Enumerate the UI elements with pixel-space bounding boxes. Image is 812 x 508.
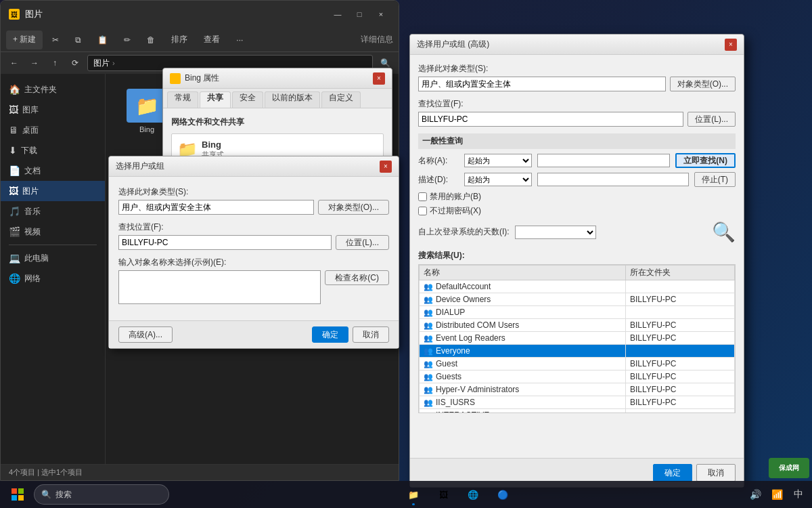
sidebar-item-pictures[interactable]: 🖼 图片 [1,181,105,201]
result-folder-cell: BILLYFU-PC [626,396,735,409]
object-type-button[interactable]: 对象类型(O)... [318,200,389,215]
results-label: 搜索结果(U): [418,250,736,261]
tab-security[interactable]: 安全 [232,91,263,108]
paste-button[interactable]: 📋 [91,30,114,49]
user-group-icon: 👥 [424,321,433,329]
table-row[interactable]: 👥Device OwnersBILLYFU-PC [420,293,735,306]
user-input-field[interactable] [118,270,321,304]
taskbar-app-store[interactable]: 🔵 [489,482,516,507]
object-type-input[interactable] [118,200,314,215]
table-row[interactable]: 👥IIS_IUSRSBILLYFU-PC [420,396,735,409]
adv-object-type-button[interactable]: 对象类型(O)... [670,77,736,91]
result-folder-cell [626,280,735,293]
result-name-cell: 👥DIALUP [420,306,626,319]
select-user-close-button[interactable]: × [380,161,392,173]
location-button[interactable]: 位置(L)... [336,235,389,250]
taskbar-app-explorer[interactable]: 📁 [400,482,427,507]
tab-previous-versions[interactable]: 以前的版本 [265,91,320,108]
bing-folder-label: Bing [139,125,154,133]
tab-general[interactable]: 常规 [167,91,198,108]
desc-filter-input[interactable] [537,173,689,186]
sidebar-item-network[interactable]: 🌐 网络 [1,268,105,289]
taskbar-search-bar[interactable]: 🔍 搜索 [34,484,169,505]
result-name-cell: 👥Guest [420,358,626,371]
advanced-close-button[interactable]: × [725,39,737,51]
disabled-accounts-checkbox[interactable] [418,192,427,201]
adv-location-section: 查找位置(F): 位置(L)... [418,98,736,127]
copy-button[interactable]: ⧉ [68,30,88,49]
days-dropdown[interactable] [515,226,596,239]
result-folder-cell: BILLYFU-PC [626,319,735,332]
volume-sys-icon[interactable]: 📶 [769,486,785,503]
result-folder-cell: BILLYFU-PC [626,293,735,306]
sidebar-item-gallery[interactable]: 🖼 图库 [1,100,105,120]
maximize-button[interactable]: □ [350,7,369,21]
no-expire-label: 不过期密码(X) [430,205,481,217]
advanced-ok-button[interactable]: 确定 [653,464,692,482]
desc-filter-select[interactable]: 起始为 [464,173,532,186]
location-input[interactable] [118,235,332,250]
check-name-button[interactable]: 检查名称(C) [325,270,389,285]
refresh-button[interactable]: ⟳ [67,55,83,71]
sort-button[interactable]: 排序 [164,30,194,49]
table-row[interactable]: 👥Hyper-V AdministratorsBILLYFU-PC [420,383,735,396]
explorer-taskbar-icon: 📁 [408,490,419,500]
days-row: 自上次登录系统的天数(I): 🔍 [418,221,736,243]
table-row[interactable]: 👥Everyone [420,345,735,358]
user-group-icon: 👥 [424,398,433,406]
sidebar-item-documents[interactable]: 📄 文档 [1,161,105,181]
search-now-button[interactable]: 立即查找(N) [675,153,736,168]
table-row[interactable]: 👥Distributed COM UsersBILLYFU-PC [420,319,735,332]
result-name-cell: 👥Device Owners [420,293,626,306]
results-container[interactable]: 名称 所在文件夹 👥DefaultAccount👥Device OwnersBI… [418,264,736,413]
taskbar-app-photos[interactable]: 🖼 [430,482,457,507]
start-button[interactable] [5,482,30,507]
delete-button[interactable]: 🗑 [140,30,162,49]
back-button[interactable]: ← [6,55,22,71]
select-user-ok-cancel: 确定 取消 [312,326,389,343]
adv-object-type-input[interactable] [418,77,666,91]
taskbar-app-edge[interactable]: 🌐 [459,482,487,507]
table-row[interactable]: 👥DefaultAccount [420,280,735,293]
select-user-ok-button[interactable]: 确定 [312,326,348,343]
table-row[interactable]: 👥GuestBILLYFU-PC [420,358,735,371]
adv-location-button[interactable]: 位置(L)... [687,112,736,127]
desc-filter-row: 描述(D): 起始为 停止(T) [418,172,736,187]
sidebar-item-label: 文档 [24,165,41,177]
table-row[interactable]: 👥Event Log ReadersBILLYFU-PC [420,332,735,345]
no-expire-checkbox[interactable] [418,207,427,215]
up-button[interactable]: ↑ [47,55,63,71]
rename-button[interactable]: ✏ [117,30,137,49]
more-button[interactable]: ··· [229,30,250,49]
desc-filter-label: 描述(D): [418,174,459,186]
stop-button[interactable]: 停止(T) [694,172,736,187]
time-icon[interactable]: 中 [790,486,807,503]
sidebar-item-music[interactable]: 🎵 音乐 [1,201,105,221]
new-button[interactable]: + 新建 [6,30,43,49]
select-user-footer: 高级(A)... 确定 取消 [109,320,399,348]
table-row[interactable]: 👥INTERACTIVE [420,409,735,414]
name-filter-select[interactable]: 起始为 [464,154,532,167]
nav-chevron-icon: › [112,59,115,67]
cut-button[interactable]: ✂ [45,30,66,49]
view-button[interactable]: 查看 [197,30,227,49]
sidebar-item-videos[interactable]: 🎬 视频 [1,221,105,242]
tab-share[interactable]: 共享 [200,91,231,108]
advanced-button[interactable]: 高级(A)... [118,326,173,343]
sidebar-item-desktop[interactable]: 🖥 桌面 [1,120,105,140]
select-user-cancel-button[interactable]: 取消 [353,326,389,343]
network-sys-icon[interactable]: 🔊 [747,486,763,503]
minimize-button[interactable]: — [328,7,347,21]
tab-customize[interactable]: 自定义 [321,91,361,108]
sidebar-item-computer[interactable]: 💻 此电脑 [1,248,105,268]
table-row[interactable]: 👥DIALUP [420,306,735,319]
bing-props-close-button[interactable]: × [373,72,385,85]
sidebar-item-home[interactable]: 🏠 主文件夹 [1,79,105,100]
sidebar-item-downloads[interactable]: ⬇ 下载 [1,140,105,161]
close-button[interactable]: × [371,7,390,21]
forward-button[interactable]: → [26,55,43,71]
adv-location-input[interactable] [418,112,683,127]
table-row[interactable]: 👥GuestsBILLYFU-PC [420,371,735,383]
advanced-cancel-button[interactable]: 取消 [696,464,736,482]
name-filter-input[interactable] [537,154,670,167]
